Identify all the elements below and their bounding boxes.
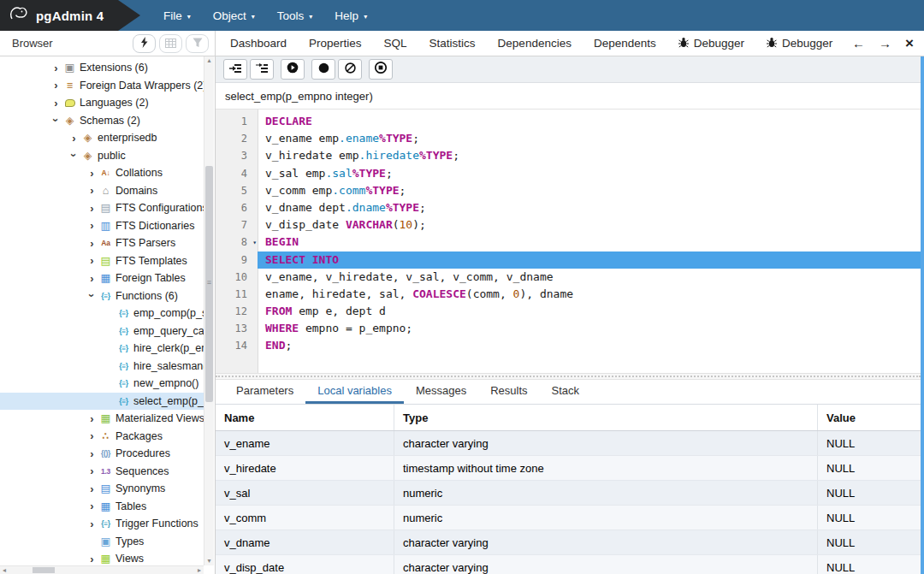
bottom-tab-messages[interactable]: Messages	[404, 380, 478, 404]
expand-chevron-icon[interactable]: ›	[86, 483, 98, 494]
expand-chevron-icon[interactable]: ›	[50, 98, 62, 109]
bottom-tab-stack[interactable]: Stack	[540, 380, 592, 404]
tree-item-types[interactable]: ›▣Types	[0, 533, 204, 551]
expand-chevron-icon[interactable]: ›	[86, 273, 98, 284]
expand-chevron-icon[interactable]: ›	[86, 168, 98, 179]
line-number[interactable]: 8▾	[216, 234, 258, 251]
code-line-text[interactable]: v_ename emp.ename%TYPE;	[258, 130, 921, 147]
code-line-text[interactable]: v_hiredate emp.hiredate%TYPE;	[258, 147, 921, 164]
code-line-text[interactable]: END;	[258, 337, 921, 354]
bottom-tab-results[interactable]: Results	[478, 380, 539, 404]
line-number[interactable]: 1	[216, 113, 258, 130]
line-number[interactable]: 4	[216, 165, 258, 182]
line-number[interactable]: 7	[216, 216, 258, 234]
tree-item-extensions-6-[interactable]: ›▣Extensions (6)	[0, 59, 204, 77]
stop-button[interactable]	[369, 59, 393, 80]
line-number[interactable]: 9	[216, 251, 258, 269]
tree-item-packages[interactable]: ›∴Packages	[0, 428, 204, 446]
code-line-text[interactable]: SELECT INTO	[258, 251, 921, 269]
menu-file[interactable]: File▾	[152, 0, 202, 31]
table-row[interactable]: v_commnumericNULL	[216, 506, 921, 530]
line-number[interactable]: 6	[216, 199, 258, 216]
panel-splitter[interactable]	[216, 373, 921, 380]
tree-item-trigger-functions[interactable]: ›{≡}Trigger Functions	[0, 515, 204, 533]
filter-button[interactable]	[186, 34, 209, 53]
expand-chevron-icon[interactable]: ›	[50, 62, 62, 74]
expand-chevron-icon[interactable]: ›	[86, 413, 98, 424]
tab-debugger-6[interactable]: Debugger	[667, 31, 755, 56]
toggle-breakpoint-button[interactable]	[311, 59, 335, 80]
expand-chevron-icon[interactable]: ›	[86, 448, 98, 459]
tree-item-materialized-views[interactable]: ›▦Materialized Views	[0, 410, 204, 428]
editor-vertical-scrollbar[interactable]	[921, 56, 924, 574]
tree-item-new-empno-[interactable]: ›{≡}new_empno()	[0, 375, 204, 393]
fold-marker-icon[interactable]: ▾	[252, 234, 257, 251]
tree-item-hire-clerk-p-en[interactable]: ›{≡}hire_clerk(p_en	[0, 340, 204, 358]
close-panel-button[interactable]: ×	[905, 36, 914, 50]
line-number[interactable]: 10	[216, 269, 258, 286]
tab-properties-1[interactable]: Properties	[298, 31, 373, 56]
tree-horizontal-scrollbar[interactable]: ◂ ▸	[0, 565, 204, 574]
scroll-tabs-right-button[interactable]: →	[879, 37, 891, 50]
tree-item-domains[interactable]: ›⌂Domains	[0, 182, 204, 200]
tree-item-collations[interactable]: ›A↓Collations	[0, 164, 204, 182]
tree-item-schemas-2-[interactable]: ›◈Schemas (2)	[0, 112, 204, 130]
expand-chevron-icon[interactable]: ›	[50, 80, 62, 91]
tree-item-functions-6-[interactable]: ›{≡}Functions (6)	[0, 287, 204, 305]
line-number[interactable]: 13	[216, 320, 258, 337]
tree-item-fts-templates[interactable]: ›▤FTS Templates	[0, 252, 204, 270]
continue-button[interactable]	[281, 59, 305, 80]
tab-dependencies-4[interactable]: Dependencies	[487, 31, 583, 56]
expand-chevron-icon[interactable]: ›	[86, 220, 98, 231]
bottom-tab-local-variables[interactable]: Local variables	[305, 380, 404, 404]
tree-item-emp-query-cal[interactable]: ›{≡}emp_query_cal	[0, 323, 204, 340]
line-number[interactable]: 3	[216, 147, 258, 164]
tree-item-languages-2-[interactable]: ›Languages (2)	[0, 94, 204, 112]
code-line-text[interactable]: FROM emp e, dept d	[258, 303, 921, 320]
tree-hscroll-thumb[interactable]	[33, 567, 55, 573]
code-line-text[interactable]: ename, hiredate, sal, COALESCE(comm, 0),…	[258, 286, 921, 303]
line-number[interactable]: 2	[216, 130, 258, 147]
collapse-chevron-icon[interactable]: ›	[86, 289, 98, 302]
tab-dashboard-0[interactable]: Dashboard	[219, 31, 298, 56]
scroll-up-arrow[interactable]: ▴	[204, 56, 214, 65]
tree-item-fts-configurations[interactable]: ›▤FTS Configurations	[0, 199, 204, 217]
tab-sql-2[interactable]: SQL	[373, 31, 418, 56]
scroll-down-arrow[interactable]: ▾	[204, 557, 214, 565]
bottom-tab-parameters[interactable]: Parameters	[224, 380, 305, 404]
tree-item-foreign-tables[interactable]: ›▦Foreign Tables	[0, 269, 204, 287]
expand-chevron-icon[interactable]: ›	[86, 553, 98, 565]
line-number[interactable]: 11	[216, 286, 258, 303]
quick-search-button[interactable]	[133, 34, 156, 53]
tree-vscroll-thumb[interactable]	[205, 166, 213, 402]
step-into-button[interactable]	[223, 59, 247, 80]
table-row[interactable]: v_hiredatetimestamp without time zoneNUL…	[216, 456, 921, 481]
expand-chevron-icon[interactable]: ›	[68, 133, 80, 144]
tree-item-views[interactable]: ›▦Views	[0, 550, 204, 565]
menu-tools[interactable]: Tools▾	[266, 0, 324, 31]
tree-item-enterprisedb[interactable]: ›◈enterprisedb	[0, 129, 204, 147]
line-number[interactable]: 12	[216, 303, 258, 320]
expand-chevron-icon[interactable]: ›	[86, 500, 98, 512]
scroll-left-arrow[interactable]: ◂	[0, 566, 9, 574]
menu-help[interactable]: Help▾	[323, 0, 378, 31]
code-line-text[interactable]: v_dname dept.dname%TYPE;	[258, 199, 921, 216]
expand-chevron-icon[interactable]: ›	[86, 185, 98, 196]
collapse-chevron-icon[interactable]: ›	[68, 149, 80, 162]
table-row[interactable]: v_salnumericNULL	[216, 481, 921, 506]
expand-chevron-icon[interactable]: ›	[86, 430, 98, 441]
expand-chevron-icon[interactable]: ›	[86, 465, 98, 476]
clear-breakpoints-button[interactable]	[338, 59, 362, 80]
menu-object[interactable]: Object▾	[202, 0, 266, 31]
code-line-text[interactable]: v_disp_date VARCHAR(10);	[258, 216, 921, 234]
code-line-text[interactable]: BEGIN	[258, 234, 921, 251]
tree-item-public[interactable]: ›◈public	[0, 147, 204, 165]
expand-chevron-icon[interactable]: ›	[86, 255, 98, 266]
tree-item-emp-comp-p-s[interactable]: ›{≡}emp_comp(p_s	[0, 305, 204, 323]
table-row[interactable]: v_enamecharacter varyingNULL	[216, 431, 921, 456]
expand-chevron-icon[interactable]: ›	[86, 518, 98, 530]
tab-dependents-5[interactable]: Dependents	[583, 31, 667, 56]
tree-vertical-scrollbar[interactable]: ▴ ▾	[204, 56, 214, 565]
step-over-button[interactable]	[250, 59, 274, 80]
tab-statistics-3[interactable]: Statistics	[418, 31, 487, 56]
